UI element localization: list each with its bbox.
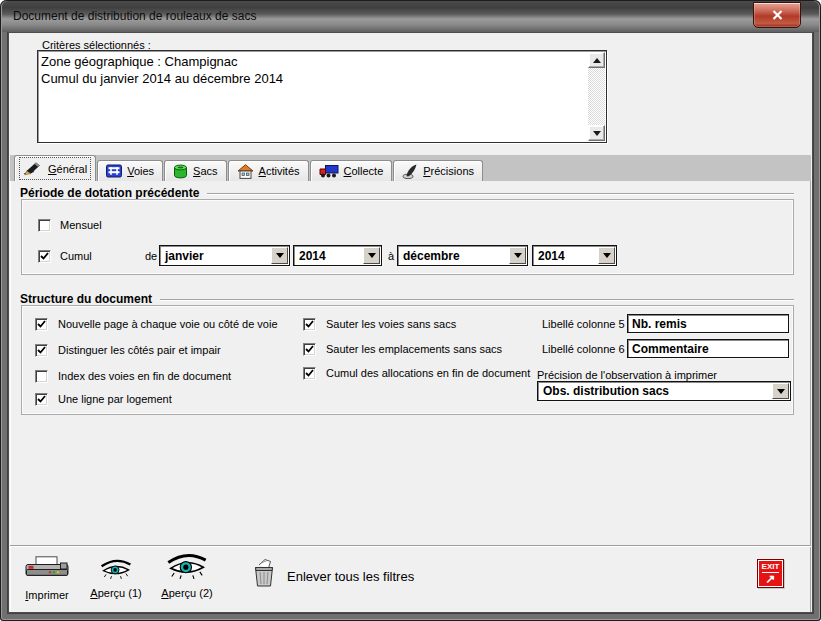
imprimer-button[interactable]: Imprimer	[16, 556, 78, 601]
from-month-value: janvier	[165, 249, 204, 263]
toolbar-separator	[10, 545, 811, 546]
sauter-emplacements-checkbox[interactable]	[303, 343, 316, 356]
cumul-label: Cumul	[60, 250, 92, 263]
criteria-line: Cumul du janvier 2014 au décembre 2014	[41, 70, 586, 87]
ligne-logement-checkbox[interactable]	[35, 393, 48, 406]
scroll-down-button[interactable]	[588, 125, 605, 141]
cumul-allocations-label: Cumul des allocations en fin de document	[326, 367, 530, 380]
exit-arrow-icon: ↗	[765, 573, 775, 585]
apercu1-label: Aperçu (1)	[90, 587, 141, 599]
exit-button[interactable]: EXIT ↗	[757, 559, 784, 588]
eye-small-icon	[98, 558, 134, 584]
signature-pen-icon	[23, 161, 43, 176]
col5-input[interactable]	[627, 314, 789, 333]
to-year-dropdown-button[interactable]	[598, 247, 615, 264]
tab-collecte-label: Collecte	[344, 165, 384, 177]
tab-voies-label: Voies	[127, 165, 154, 177]
mensuel-checkbox[interactable]	[38, 219, 51, 232]
to-year-value: 2014	[538, 249, 565, 263]
truck-icon	[319, 164, 339, 178]
criteria-line: Zone géographique : Champignac	[41, 53, 586, 70]
periode-title: Période de dotation précédente	[20, 186, 199, 200]
from-month-dropdown-button[interactable]	[271, 247, 288, 264]
eye-large-icon	[163, 552, 211, 584]
ligne-logement-label: Une ligne par logement	[58, 393, 172, 406]
index-voies-checkbox[interactable]	[35, 370, 48, 383]
col6-input[interactable]	[627, 339, 789, 358]
dropdown-arrow-icon	[276, 253, 284, 262]
structure-section-caption: Structure du document	[20, 292, 794, 306]
nouvelle-page-label: Nouvelle page à chaque voie ou côté de v…	[58, 318, 278, 331]
scroll-up-button[interactable]	[588, 52, 605, 68]
criteria-scrollbar[interactable]	[588, 52, 605, 141]
arrow-down-icon	[593, 131, 601, 140]
distinguer-cotes-checkbox[interactable]	[35, 344, 48, 357]
clear-filters-label: Enlever tous les filtres	[287, 570, 414, 583]
precision-dropdown-button[interactable]	[772, 383, 789, 399]
cumul-allocations-checkbox[interactable]	[303, 367, 316, 380]
nouvelle-page-checkbox[interactable]	[35, 318, 48, 331]
precision-combo[interactable]: Obs. distribution sacs	[537, 381, 791, 401]
from-year-dropdown-button[interactable]	[363, 247, 380, 264]
tab-voies[interactable]: Voies	[97, 160, 163, 181]
imprimer-label: Imprimer	[25, 589, 68, 601]
mensuel-label: Mensuel	[60, 219, 102, 232]
dropdown-arrow-icon	[603, 253, 611, 262]
dialog-window: Document de distribution de rouleaux de …	[0, 0, 821, 621]
road-barrier-icon	[106, 164, 122, 178]
de-label: de	[145, 250, 157, 263]
tab-sacs-label: Sacs	[193, 165, 217, 177]
dropdown-arrow-icon	[368, 253, 376, 262]
apercu1-button[interactable]: Aperçu (1)	[85, 558, 147, 599]
col5-label: Libellé colonne 5	[542, 318, 625, 331]
periode-section-caption: Période de dotation précédente	[20, 186, 794, 200]
cumul-checkbox[interactable]	[38, 250, 51, 263]
a-label: à	[388, 250, 394, 263]
to-month-combo[interactable]: décembre	[397, 245, 528, 266]
tab-general-label: Général	[48, 163, 87, 175]
dropdown-arrow-icon	[777, 389, 785, 398]
apercu2-button[interactable]: Aperçu (2)	[155, 552, 219, 599]
from-year-combo[interactable]: 2014	[293, 245, 382, 266]
tab-activites-label: Activités	[259, 165, 300, 177]
sauter-emplacements-label: Sauter les emplacements sans sacs	[326, 343, 502, 356]
dropdown-arrow-icon	[514, 253, 522, 262]
apercu2-label: Aperçu (2)	[161, 587, 212, 599]
col6-label: Libellé colonne 6	[542, 343, 625, 356]
window-title: Document de distribution de rouleaux de …	[13, 9, 256, 23]
tab-general[interactable]: Général	[14, 155, 96, 181]
tab-sacs[interactable]: Sacs	[164, 160, 226, 181]
from-year-value: 2014	[299, 249, 326, 263]
sauter-voies-checkbox[interactable]	[303, 318, 316, 331]
close-x-icon	[772, 10, 783, 20]
green-barrel-icon	[173, 164, 188, 179]
close-button[interactable]	[753, 2, 801, 28]
house-icon	[237, 164, 254, 179]
tab-bar: Général Voies	[10, 155, 811, 181]
index-voies-label: Index des voies en fin de document	[58, 370, 231, 383]
to-year-combo[interactable]: 2014	[532, 245, 617, 266]
tab-precisions[interactable]: Précisions	[393, 160, 483, 181]
trash-icon	[251, 558, 277, 592]
distinguer-cotes-label: Distinguer les côtés pair et impair	[58, 344, 221, 357]
sauter-voies-label: Sauter les voies sans sacs	[326, 318, 456, 331]
tab-collecte[interactable]: Collecte	[310, 160, 393, 181]
quill-inkwell-icon	[402, 164, 418, 179]
to-month-value: décembre	[403, 249, 460, 263]
printer-icon	[25, 556, 69, 586]
from-month-combo[interactable]: janvier	[159, 245, 290, 266]
tab-precisions-label: Précisions	[423, 165, 474, 177]
title-bar: Document de distribution de rouleaux de …	[2, 1, 819, 32]
criteria-list[interactable]: Zone géographique : Champignac Cumul du …	[37, 50, 607, 143]
structure-title: Structure du document	[20, 292, 152, 306]
tab-activites[interactable]: Activités	[228, 160, 309, 181]
clear-filters-button[interactable]	[248, 558, 280, 592]
precision-value: Obs. distribution sacs	[543, 384, 669, 398]
to-month-dropdown-button[interactable]	[509, 247, 526, 264]
arrow-up-icon	[593, 54, 601, 63]
